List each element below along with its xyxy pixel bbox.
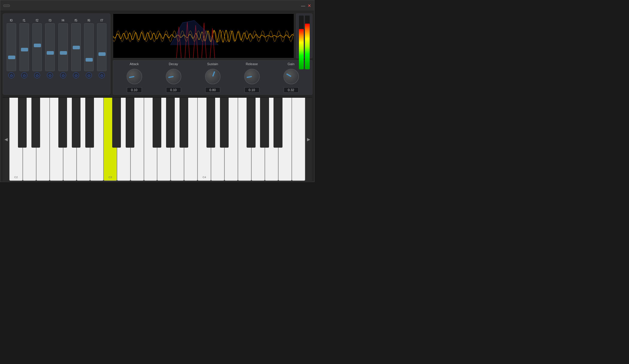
osc-power-f6[interactable]: ⏻ — [86, 72, 92, 78]
oscillator-channel-f3: f3 ⏻ — [44, 19, 56, 78]
fader-handle-f4[interactable] — [60, 51, 67, 55]
env-value-gain: 0.32 — [284, 87, 299, 93]
knob-container-release — [243, 68, 261, 85]
fader-track-f3[interactable] — [45, 23, 55, 71]
fader-handle-f2[interactable] — [34, 44, 41, 47]
fader-track-f7[interactable] — [97, 23, 107, 71]
osc-power-f5[interactable]: ⏻ — [73, 72, 79, 78]
envelope-panel: Attack 0.10 Decay 0.10 Sustain 0.80 Rele… — [113, 60, 312, 95]
vu-meter — [296, 13, 312, 58]
env-value-sustain: 0.80 — [205, 87, 220, 93]
osc-label-f1: f1 — [23, 19, 25, 22]
knob-container-decay — [165, 68, 183, 85]
right-section: Attack 0.10 Decay 0.10 Sustain 0.80 Rele… — [113, 13, 312, 95]
osc-power-f2[interactable]: ⏻ — [34, 72, 40, 78]
vu-bar-right — [305, 16, 310, 69]
fader-handle-f0[interactable] — [8, 56, 15, 59]
fader-track-f4[interactable] — [58, 23, 68, 71]
fader-track-f0[interactable] — [7, 23, 16, 71]
oscillator-channel-f2: f2 ⏻ — [31, 19, 43, 78]
fader-handle-f7[interactable] — [98, 52, 106, 56]
fader-track-f1[interactable] — [19, 23, 29, 71]
osc-power-f3[interactable]: ⏻ — [47, 72, 53, 78]
env-label-decay: Decay — [169, 62, 178, 66]
vu-fill-right — [305, 24, 310, 69]
piano-scroll-right-button[interactable]: ▶ — [305, 98, 312, 181]
fader-track-f2[interactable] — [32, 23, 42, 71]
minimize-button[interactable]: — — [301, 3, 305, 8]
black-key-As4[interactable] — [274, 98, 282, 148]
oscillator-channel-f6: f6 ⏻ — [83, 19, 95, 78]
piano-keys-container: C2C3C4 — [9, 98, 305, 181]
env-label-attack: Attack — [130, 62, 139, 66]
title-bar: — ✕ — [0, 0, 314, 11]
black-key-Gs4[interactable] — [260, 98, 269, 148]
waveform-canvas — [113, 14, 294, 58]
knob-container-gain — [282, 68, 300, 85]
osc-label-f7: f7 — [101, 19, 103, 22]
env-control-release: Release 0.10 — [233, 62, 271, 93]
close-button[interactable]: ✕ — [308, 3, 311, 8]
black-key-Cs2[interactable] — [18, 98, 27, 148]
fader-handle-f5[interactable] — [73, 46, 80, 49]
osc-label-f4: f4 — [62, 19, 64, 22]
osc-power-f4[interactable]: ⏻ — [60, 72, 66, 78]
env-control-sustain: Sustain 0.80 — [193, 62, 232, 93]
black-key-Fs2[interactable] — [58, 98, 67, 148]
fader-handle-f3[interactable] — [47, 51, 54, 55]
oscillators-panel: f0 ⏻ f1 ⏻ f2 ⏻ f3 ⏻ f4 ⏻ f5 ⏻ f6 — [3, 13, 110, 95]
top-section: f0 ⏻ f1 ⏻ f2 ⏻ f3 ⏻ f4 ⏻ f5 ⏻ f6 — [3, 13, 312, 95]
osc-label-f2: f2 — [36, 19, 39, 22]
knob-container-attack — [125, 68, 143, 85]
fader-track-f5[interactable] — [71, 23, 81, 71]
main-content: f0 ⏻ f1 ⏻ f2 ⏻ f3 ⏻ f4 ⏻ f5 ⏻ f6 — [0, 11, 314, 182]
oscillator-channel-f0: f0 ⏻ — [6, 19, 17, 78]
black-key-Gs2[interactable] — [72, 98, 80, 148]
knob-release[interactable] — [244, 69, 260, 84]
env-value-release: 0.10 — [244, 87, 259, 93]
oscillator-channel-f1: f1 ⏻ — [19, 19, 30, 78]
oscillators-grid: f0 ⏻ f1 ⏻ f2 ⏻ f3 ⏻ f4 ⏻ f5 ⏻ f6 — [5, 19, 108, 78]
vu-fill-left — [299, 29, 304, 69]
knob-decay[interactable] — [166, 69, 181, 84]
black-key-Ds3[interactable] — [126, 98, 134, 148]
knob-container-sustain — [204, 68, 222, 85]
app-window: — ✕ f0 ⏻ f1 ⏻ f2 ⏻ f3 ⏻ — [0, 0, 314, 182]
black-key-Gs3[interactable] — [166, 98, 175, 148]
black-key-Cs4[interactable] — [206, 98, 215, 148]
knob-attack[interactable] — [127, 69, 142, 84]
white-key-C5[interactable] — [292, 98, 305, 181]
black-key-As3[interactable] — [180, 98, 188, 148]
osc-label-f0: f0 — [10, 19, 13, 22]
osc-power-f7[interactable]: ⏻ — [99, 72, 105, 78]
fader-handle-f6[interactable] — [86, 58, 93, 62]
black-key-As2[interactable] — [85, 98, 94, 148]
env-control-decay: Decay 0.10 — [154, 62, 193, 93]
black-key-Fs4[interactable] — [247, 98, 255, 148]
knob-sustain[interactable] — [205, 69, 221, 84]
env-value-decay: 0.10 — [166, 87, 181, 93]
osc-power-f0[interactable]: ⏻ — [8, 72, 14, 78]
waveform-display — [113, 13, 294, 58]
oscillator-channel-f7: f7 ⏻ — [96, 19, 107, 78]
env-label-release: Release — [246, 62, 258, 66]
piano-scroll-left-button[interactable]: ◀ — [3, 98, 9, 181]
black-key-Ds4[interactable] — [220, 98, 229, 148]
fader-track-f6[interactable] — [84, 23, 94, 71]
osc-power-f1[interactable]: ⏻ — [21, 72, 27, 78]
osc-label-f5: f5 — [75, 19, 77, 22]
black-key-Fs3[interactable] — [153, 98, 161, 148]
env-label-gain: Gain — [288, 62, 294, 66]
fader-handle-f1[interactable] — [21, 48, 28, 51]
osc-label-f3: f3 — [49, 19, 51, 22]
black-key-Ds2[interactable] — [31, 98, 40, 148]
osc-label-f6: f6 — [88, 19, 90, 22]
black-key-Cs3[interactable] — [112, 98, 121, 148]
oscillator-channel-f5: f5 ⏻ — [70, 19, 82, 78]
env-control-attack: Attack 0.10 — [115, 62, 154, 93]
vu-bar-left — [299, 16, 304, 69]
env-label-sustain: Sustain — [207, 62, 218, 66]
options-button[interactable] — [3, 4, 10, 7]
knob-gain[interactable] — [283, 69, 299, 84]
waveform-vu-row — [113, 13, 312, 58]
